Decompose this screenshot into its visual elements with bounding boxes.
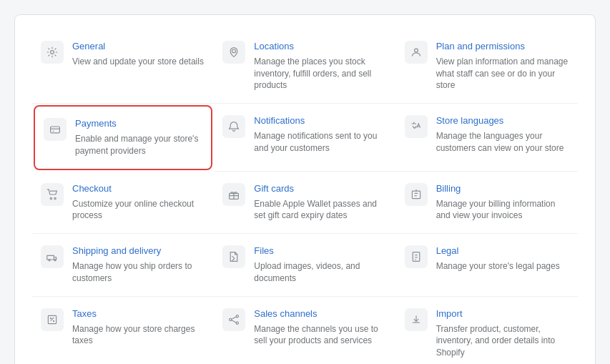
svg-point-1 [232, 49, 236, 53]
import-title: Import [436, 308, 569, 320]
sales-channels-title: Sales channels [254, 308, 387, 320]
svg-rect-3 [51, 127, 60, 133]
plan-and-permissions-title: Plan and permissions [436, 41, 569, 53]
store-languages-icon [405, 115, 428, 138]
payments-icon [44, 118, 67, 141]
files-title: Files [254, 245, 387, 257]
payments-title: Payments [75, 118, 202, 130]
svg-point-2 [414, 49, 418, 52]
settings-item-store-languages[interactable]: Store languagesManage the languages your… [396, 104, 578, 171]
settings-item-gift-cards[interactable]: Gift cardsEnable Apple Wallet passes and… [214, 172, 395, 234]
payments-desc: Enable and manage your store's payment p… [75, 133, 202, 157]
plan-and-permissions-desc: View plan information and manage what st… [436, 56, 569, 92]
svg-point-5 [54, 197, 56, 199]
billing-desc: Manage your billing information and view… [436, 198, 569, 222]
taxes-icon [41, 308, 64, 331]
settings-card: GeneralView and update your store detail… [14, 14, 596, 364]
settings-item-sales-channels[interactable]: Sales channelsManage the channels you us… [214, 297, 395, 364]
settings-item-legal[interactable]: LegalManage your store's legal pages [396, 234, 578, 296]
svg-point-4 [50, 197, 51, 199]
general-title: General [72, 41, 205, 53]
billing-title: Billing [436, 183, 569, 195]
checkout-icon [41, 183, 64, 206]
shipping-and-delivery-title: Shipping and delivery [72, 245, 205, 257]
settings-item-billing[interactable]: BillingManage your billing information a… [396, 172, 578, 234]
svg-rect-7 [412, 191, 420, 198]
svg-point-9 [54, 260, 56, 261]
svg-point-13 [237, 315, 239, 317]
checkout-title: Checkout [72, 183, 205, 195]
plan-and-permissions-icon [405, 41, 428, 64]
gift-cards-icon [222, 183, 245, 206]
settings-item-plan-and-permissions[interactable]: Plan and permissionsView plan informatio… [396, 29, 578, 104]
legal-desc: Manage your store's legal pages [436, 260, 569, 272]
files-desc: Upload images, videos, and documents [254, 260, 387, 285]
settings-item-notifications[interactable]: NotificationsManage notifications sent t… [214, 104, 395, 171]
settings-item-general[interactable]: GeneralView and update your store detail… [32, 29, 214, 104]
shipping-and-delivery-icon [41, 245, 64, 268]
import-desc: Transfer product, customer, inventory, a… [436, 323, 569, 359]
general-desc: View and update your store details [72, 56, 205, 68]
locations-icon [222, 41, 245, 64]
settings-item-shipping-and-delivery[interactable]: Shipping and deliveryManage how you ship… [32, 234, 214, 296]
legal-title: Legal [436, 245, 569, 257]
locations-desc: Manage the places you stock inventory, f… [254, 56, 387, 92]
notifications-title: Notifications [254, 115, 387, 127]
settings-grid: GeneralView and update your store detail… [32, 29, 578, 364]
gift-cards-desc: Enable Apple Wallet passes and set gift … [254, 198, 387, 222]
gift-cards-title: Gift cards [254, 183, 387, 195]
sales-channels-icon [222, 308, 245, 331]
settings-item-files[interactable]: FilesUpload images, videos, and document… [214, 234, 395, 296]
svg-point-12 [230, 318, 232, 320]
settings-item-locations[interactable]: LocationsManage the places you stock inv… [214, 29, 395, 104]
settings-item-payments[interactable]: PaymentsEnable and manage your store's p… [34, 105, 212, 169]
store-languages-title: Store languages [436, 115, 569, 127]
sales-channels-desc: Manage the channels you use to sell your… [254, 323, 387, 348]
svg-point-8 [49, 260, 50, 261]
import-icon [405, 308, 428, 331]
legal-icon [405, 245, 428, 268]
general-icon [41, 41, 64, 64]
shipping-and-delivery-desc: Manage how you ship orders to customers [72, 260, 205, 285]
notifications-desc: Manage notifications sent to you and you… [254, 130, 387, 154]
svg-point-14 [237, 322, 239, 324]
settings-item-taxes[interactable]: TaxesManage how your store charges taxes [32, 297, 214, 364]
billing-icon [405, 183, 428, 206]
svg-point-0 [51, 51, 54, 54]
settings-item-import[interactable]: ImportTransfer product, customer, invent… [396, 297, 578, 364]
checkout-desc: Customize your online checkout process [72, 198, 205, 222]
files-icon [222, 245, 245, 268]
notifications-icon [222, 115, 245, 138]
taxes-desc: Manage how your store charges taxes [72, 323, 205, 348]
taxes-title: Taxes [72, 308, 205, 320]
locations-title: Locations [254, 41, 387, 53]
store-languages-desc: Manage the languages your customers can … [436, 130, 569, 154]
settings-item-checkout[interactable]: CheckoutCustomize your online checkout p… [32, 172, 214, 234]
